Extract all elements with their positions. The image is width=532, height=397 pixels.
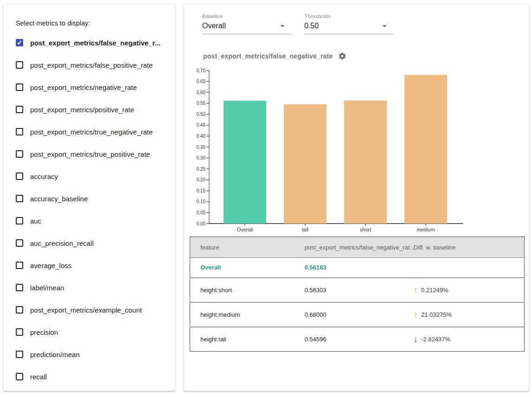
- y-tick-label: 0.05: [197, 210, 206, 215]
- y-tick-label: 0.45: [197, 122, 206, 128]
- feature-cell: height:tall: [190, 327, 305, 352]
- thresholds-select-field: Thresholds 0.50: [304, 13, 393, 34]
- y-tick-label: 0.30: [197, 155, 206, 160]
- checkbox-unchecked-icon[interactable]: [16, 217, 23, 224]
- y-tick-label: 0.50: [197, 112, 206, 117]
- metric-item-label: auc: [30, 217, 41, 225]
- y-tick-label: 0.70: [197, 68, 206, 73]
- metric-item-label: average_loss: [30, 262, 71, 269]
- arrow-up-icon: ↑: [414, 310, 418, 319]
- diff-percentage: 21.03275%: [421, 311, 452, 318]
- table-row-height-medium: height:medium0.68000↑21.03275%: [190, 302, 525, 327]
- baseline-select-label: Baseline: [202, 13, 291, 19]
- bar-medium: [404, 75, 447, 224]
- checkbox-unchecked-icon[interactable]: [16, 239, 23, 247]
- gear-icon[interactable]: [338, 52, 346, 60]
- arrow-down-icon: ↓: [414, 335, 418, 344]
- x-tick-label: Overall: [237, 227, 253, 232]
- y-tick-label: 0.65: [197, 79, 206, 84]
- metric-item-label: label/mean: [30, 284, 64, 292]
- checkbox-checked-icon[interactable]: ✓: [16, 39, 23, 46]
- checkbox-unchecked-icon[interactable]: [16, 150, 23, 158]
- checkbox-unchecked-icon[interactable]: [16, 373, 23, 380]
- thresholds-select-label: Thresholds: [304, 13, 393, 19]
- y-tick-label: 0.40: [197, 134, 206, 139]
- checkbox-unchecked-icon[interactable]: [16, 262, 23, 269]
- metric-item-precision[interactable]: precision: [16, 321, 167, 343]
- diff-percentage: -2.82437%: [421, 336, 450, 343]
- checkbox-unchecked-icon[interactable]: [16, 173, 23, 180]
- checkbox-unchecked-icon[interactable]: [16, 328, 23, 336]
- thresholds-selected-value: 0.50: [304, 22, 319, 30]
- fairness-results-panel: Baseline Overall Thresholds 0.50 post_ex…: [184, 4, 529, 391]
- metric-item-auc[interactable]: auc: [16, 210, 167, 232]
- feature-cell: height:medium: [190, 302, 305, 327]
- metric-value-cell: 0.54596: [305, 327, 414, 352]
- y-tick-label: 0.55: [197, 101, 206, 106]
- checkbox-unchecked-icon[interactable]: [16, 83, 23, 91]
- checkbox-unchecked-icon[interactable]: [16, 61, 23, 69]
- metric-item-label: post_export_metrics/example_count: [30, 306, 142, 314]
- metric-item-auc-precision-recall[interactable]: auc_precision_recall: [16, 232, 167, 254]
- metric-item-label-mean[interactable]: label/mean: [16, 276, 167, 299]
- metric-item-post-export-metrics-true-positive-rate[interactable]: post_export_metrics/true_positive_rate: [16, 143, 167, 165]
- thresholds-select[interactable]: 0.50: [304, 19, 393, 34]
- metric-item-label: post_export_metrics/true_negative_rate: [30, 128, 153, 136]
- metric-item-post-export-metrics-true-negative-rate[interactable]: post_export_metrics/true_negative_rate: [16, 121, 167, 143]
- metric-select-panel: Select metrics to display: ✓post_export_…: [3, 4, 175, 391]
- metric-item-post-export-metrics-false-negative-r[interactable]: ✓post_export_metrics/false_negative_r...: [16, 32, 167, 54]
- metric-item-label: post_export_metrics/false_negative_r...: [30, 39, 160, 47]
- feature-cell: height:short: [190, 278, 305, 302]
- bar-chart: 0.000.050.100.150.200.250.300.350.400.45…: [195, 63, 483, 235]
- metric-item-label: accuracy: [30, 173, 58, 180]
- baseline-select[interactable]: Overall: [202, 19, 291, 34]
- checkbox-unchecked-icon[interactable]: [16, 195, 23, 202]
- table-row-overall: Overall0.56183: [190, 258, 525, 278]
- feature-cell: Overall: [190, 258, 305, 278]
- col-header-feature: feature: [190, 237, 305, 258]
- diff-cell: [414, 258, 525, 278]
- controls-row: Baseline Overall Thresholds 0.50: [202, 13, 529, 34]
- checkbox-unchecked-icon[interactable]: [16, 106, 23, 113]
- y-tick-label: 0.25: [197, 166, 206, 172]
- metric-item-post-export-metrics-negative-rate[interactable]: post_export_metrics/negative_rate: [16, 76, 167, 98]
- metric-item-post-export-metrics-example-count[interactable]: post_export_metrics/example_count: [16, 299, 167, 321]
- metric-item-accuracy[interactable]: accuracy: [16, 165, 167, 187]
- metric-item-label: accuracy_baseline: [30, 195, 88, 203]
- metric-item-recall[interactable]: recall: [16, 365, 167, 388]
- checkbox-unchecked-icon[interactable]: [16, 284, 23, 291]
- y-tick-label: 0.10: [197, 199, 206, 204]
- metric-select-title: Select metrics to display:: [16, 19, 167, 27]
- x-tick-label: medium: [417, 227, 435, 232]
- metric-item-accuracy-baseline[interactable]: accuracy_baseline: [16, 187, 167, 210]
- metric-list: ✓post_export_metrics/false_negative_r...…: [16, 32, 167, 388]
- arrow-up-icon: ↑: [414, 286, 418, 295]
- chart-title: post_export_metrics/false_negative_rate: [203, 52, 333, 60]
- checkbox-unchecked-icon[interactable]: [16, 128, 23, 135]
- baseline-selected-value: Overall: [202, 22, 226, 30]
- metric-value-cell: 0.56183: [305, 258, 414, 278]
- metric-item-post-export-metrics-false-positive-rate[interactable]: post_export_metrics/false_positive_rate: [16, 54, 167, 76]
- y-tick-label: 0.35: [197, 145, 206, 150]
- diff-cell: ↑0.21249%: [414, 278, 525, 302]
- bar-short: [344, 101, 387, 224]
- metric-item-average-loss[interactable]: average_loss: [16, 254, 167, 276]
- metric-item-label: prediction/mean: [30, 351, 80, 359]
- x-tick-label: tall: [302, 227, 308, 232]
- metric-item-label: precision: [30, 328, 58, 336]
- metric-item-label: post_export_metrics/true_positive_rate: [30, 150, 150, 158]
- metric-item-prediction-mean[interactable]: prediction/mean: [16, 343, 167, 365]
- col-header-diff: Diff. w. baseline: [414, 237, 525, 258]
- metric-item-post-export-metrics-positive-rate[interactable]: post_export_metrics/positive_rate: [16, 98, 167, 121]
- checkbox-unchecked-icon[interactable]: [16, 351, 23, 358]
- checkbox-unchecked-icon[interactable]: [16, 306, 23, 314]
- baseline-select-field: Baseline Overall: [202, 13, 291, 34]
- metric-value-cell: 0.56303: [305, 278, 414, 302]
- table-row-height-tall: height:tall0.54596↓-2.82437%: [190, 327, 525, 352]
- col-header-metric: post_export_metrics/false_negative_rat..…: [305, 237, 414, 258]
- metric-item-label: post_export_metrics/positive_rate: [30, 106, 134, 114]
- metric-value-cell: 0.68000: [305, 302, 414, 327]
- table-row-height-short: height:short0.56303↑0.21249%: [190, 278, 525, 302]
- diff-cell: ↑21.03275%: [414, 302, 525, 327]
- metric-item-label: post_export_metrics/negative_rate: [30, 83, 137, 91]
